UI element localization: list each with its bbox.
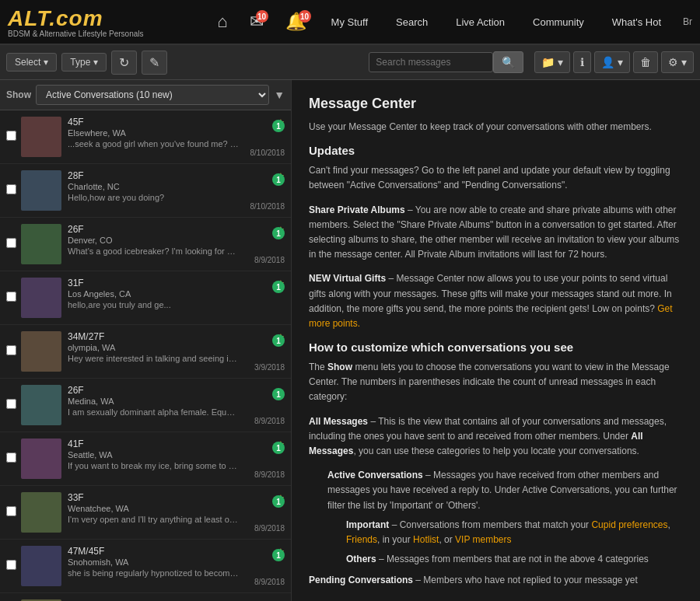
- search-button[interactable]: 🔍: [493, 51, 523, 73]
- conv-body: 31F ★ Los Angeles, CA hello,are you trul…: [68, 278, 285, 309]
- conv-date: 8/9/2018: [68, 578, 285, 586]
- list-item[interactable]: 33F ★ Wenatchee, WA I'm very open and I'…: [0, 486, 291, 540]
- avatar: [21, 331, 61, 372]
- header: ALT.com BDSM & Alternative Lifestyle Per…: [0, 0, 700, 45]
- customize-text2: menu lets you to choose the conversation…: [309, 362, 670, 402]
- nav-home[interactable]: ⌂: [206, 7, 238, 37]
- conv-location: Medina, WA: [68, 397, 285, 406]
- cupid-preferences-link[interactable]: Cupid preferences: [591, 519, 667, 530]
- conv-preview: I am sexually dominant alpha female. Equ…: [68, 407, 239, 417]
- conv-checkbox[interactable]: [6, 184, 16, 194]
- conv-header-row: 45F ★: [68, 117, 285, 128]
- nav-notifications[interactable]: 🔔 10: [275, 7, 317, 37]
- search-icon: 🔍: [502, 56, 515, 68]
- all-messages-text2: , you can use these categories to help y…: [353, 446, 639, 456]
- show-bar: Show Active Conversations (10 new) Pendi…: [0, 80, 291, 110]
- select-chevron-icon: ▾: [44, 57, 48, 68]
- conv-age: 41F: [68, 439, 84, 449]
- conv-preview: ...seek a good girl when you've found me…: [68, 139, 239, 149]
- user-icon: 👤: [601, 56, 614, 68]
- conv-checkbox[interactable]: [6, 238, 16, 248]
- nav-community[interactable]: Community: [519, 0, 598, 44]
- conv-date: 8/10/2018: [68, 202, 285, 211]
- friends-link[interactable]: Friends: [346, 534, 377, 545]
- type-button[interactable]: Type ▾: [61, 53, 107, 72]
- show-select[interactable]: Active Conversations (10 new) Pending Co…: [36, 85, 269, 105]
- info-button[interactable]: ℹ: [573, 51, 591, 73]
- nav-messages[interactable]: ✉ 10: [239, 7, 275, 37]
- conv-header-row: 34M/27F ★: [68, 331, 285, 342]
- conv-preview: I'm very open and I'll try anything at l…: [68, 515, 239, 524]
- hotlist-link[interactable]: Hotlist: [413, 534, 439, 545]
- conv-header-row: 33F ★: [68, 492, 285, 503]
- settings-icon: ⚙: [668, 56, 678, 68]
- others-text: – Messages from members that are not in …: [376, 554, 649, 564]
- notifications-badge: 10: [299, 10, 311, 23]
- unread-badge: 1: [272, 495, 285, 508]
- conv-location: Seattle, WA: [68, 450, 285, 459]
- conv-date: 8/10/2018: [68, 149, 285, 157]
- list-item[interactable]: 26F ★ Denver, CO What's a good icebreake…: [0, 218, 291, 271]
- conversation-list: 45F ★ Elsewhere, WA ...seek a good girl …: [0, 110, 291, 601]
- virtual-gifts-title: NEW Virtual Gifts: [309, 273, 386, 284]
- conv-preview: Hello,how are you doing?: [68, 193, 239, 202]
- unread-badge: 1: [272, 549, 285, 561]
- virtual-gifts-para: NEW Virtual Gifts – Message Center now a…: [309, 271, 683, 331]
- conv-body: 33F ★ Wenatchee, WA I'm very open and I'…: [68, 492, 285, 533]
- select-button[interactable]: Select ▾: [6, 53, 57, 72]
- nav-search[interactable]: Search: [382, 0, 442, 44]
- avatar: [21, 546, 61, 586]
- conv-checkbox[interactable]: [6, 506, 16, 516]
- settings-button[interactable]: ⚙ ▾: [661, 51, 694, 73]
- show-arrow-icon[interactable]: ▼: [274, 89, 285, 101]
- user-button[interactable]: 👤 ▾: [594, 51, 630, 73]
- conv-checkbox[interactable]: [6, 560, 16, 570]
- edit-button[interactable]: ✎: [142, 51, 167, 75]
- nav-my-stuff[interactable]: My Stuff: [317, 0, 382, 44]
- unread-badge: 1: [272, 227, 285, 239]
- unread-badge: 1: [272, 173, 285, 186]
- select-label: Select: [15, 57, 40, 68]
- unread-badge: 1: [272, 281, 285, 293]
- conv-location: Wenatchee, WA: [68, 504, 285, 513]
- conv-checkbox[interactable]: [6, 131, 16, 141]
- list-item[interactable]: 34M/27F ★ olympia, WA Hey were intereste…: [0, 325, 291, 379]
- edit-icon: ✎: [149, 56, 159, 69]
- type-chevron-icon: ▾: [93, 57, 98, 68]
- folder-button[interactable]: 📁 ▾: [534, 51, 570, 73]
- avatar: [21, 170, 61, 211]
- show-label: Show: [6, 89, 31, 100]
- conv-preview: Hey were interested in talking and seein…: [68, 354, 239, 363]
- folder-chevron: ▾: [555, 56, 563, 68]
- trash-button[interactable]: 🗑: [633, 51, 658, 73]
- conv-age: 33F: [68, 492, 84, 503]
- share-albums-para: Share Private Albums – You are now able …: [309, 203, 683, 263]
- conv-header-row: 31F ★: [68, 278, 285, 288]
- refresh-button[interactable]: ↻: [111, 51, 137, 75]
- list-item[interactable]: 45F ★ Elsewhere, WA ...seek a good girl …: [0, 110, 291, 164]
- info-icon: ℹ: [580, 56, 584, 68]
- updates-title: Updates: [309, 144, 683, 157]
- right-icons: 📁 ▾ ℹ 👤 ▾ 🗑 ⚙ ▾: [534, 51, 694, 73]
- pending-text: – Members who have not replied to your m…: [413, 575, 638, 585]
- nav-live-action[interactable]: Live Action: [442, 0, 519, 44]
- conv-checkbox[interactable]: [6, 452, 16, 463]
- conv-checkbox[interactable]: [6, 292, 16, 302]
- list-item[interactable]: 31F ★ Los Angeles, CA hello,are you trul…: [0, 271, 291, 325]
- conv-preview: she is being regularly hypnotized to bec…: [68, 568, 239, 578]
- list-item[interactable]: ALT.com Dear Welcome to ALT.com! You're …: [0, 593, 291, 601]
- list-item[interactable]: 28F ★ Charlotte, NC Hello,how are you do…: [0, 164, 291, 218]
- vip-members-link[interactable]: VIP members: [455, 534, 511, 545]
- nav-whats-hot[interactable]: What's Hot: [598, 0, 675, 44]
- search-input[interactable]: [369, 52, 493, 72]
- conv-checkbox[interactable]: [6, 345, 16, 355]
- customize-text: The: [309, 362, 325, 372]
- list-item[interactable]: 47M/45F ★ Snohomish, WA she is being reg…: [0, 540, 291, 593]
- list-item[interactable]: 41F ★ Seattle, WA If you want to break m…: [0, 432, 291, 486]
- list-item[interactable]: 26F Medina, WA I am sexually dominant al…: [0, 379, 291, 432]
- logo-subtitle: BDSM & Alternative Lifestyle Personals: [8, 30, 144, 38]
- settings-chevron: ▾: [678, 56, 687, 68]
- conv-age: 31F: [68, 278, 84, 288]
- conv-checkbox[interactable]: [6, 399, 16, 409]
- home-icon: ⌂: [217, 12, 227, 32]
